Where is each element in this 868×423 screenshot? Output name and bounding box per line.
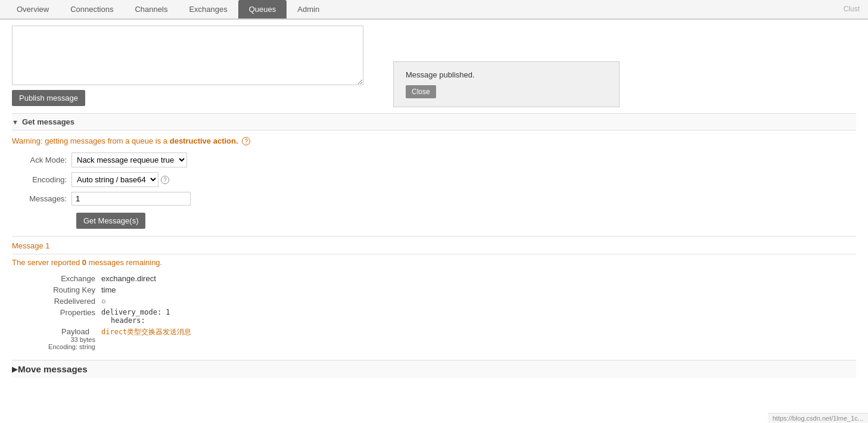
server-info-suffix: messages remaining. <box>89 258 163 267</box>
messages-input[interactable]: 1 <box>71 192 191 206</box>
redelivered-label: Redelivered <box>30 297 101 306</box>
get-messages-body: Warning: getting messages from a queue i… <box>12 136 856 229</box>
nav-exchanges[interactable]: Exchanges <box>178 0 238 18</box>
help-icon[interactable]: ? <box>242 137 250 145</box>
exchange-label: Exchange <box>30 274 101 283</box>
brand-label: Clust <box>841 0 862 18</box>
properties-row: Properties delivery_mode: 1 headers: <box>30 308 856 325</box>
notification-box: Message published. Close <box>393 61 620 107</box>
warning-emphasis: destructive action. <box>170 136 238 145</box>
move-toggle-icon: ▶ <box>12 365 18 374</box>
toggle-icon: ▼ <box>12 119 18 126</box>
ack-mode-select[interactable]: Nack message requeue true Ack message re… <box>71 153 187 167</box>
move-messages-section-header[interactable]: ▶ Move messages <box>12 360 856 378</box>
messages-row: Messages: 1 <box>12 192 856 206</box>
ack-mode-row: Ack Mode: Nack message requeue true Ack … <box>12 153 856 167</box>
nav-admin[interactable]: Admin <box>287 0 330 18</box>
payload-encoding: Encoding: string <box>30 343 95 350</box>
get-messages-button[interactable]: Get Message(s) <box>76 213 145 229</box>
message-result: Message 1 The server reported 0 messages… <box>12 236 856 350</box>
server-info-count: 0 <box>82 258 86 267</box>
message-result-title: Message 1 <box>12 236 856 250</box>
close-button[interactable]: Close <box>406 85 436 98</box>
encoding-row: Encoding: Auto string / base64 base64 ? <box>12 172 856 187</box>
warning-row: Warning: getting messages from a queue i… <box>12 136 856 145</box>
message-textarea[interactable] <box>12 26 363 85</box>
routing-key-label: Routing Key <box>30 285 101 294</box>
server-info-prefix: The server reported <box>12 258 80 267</box>
encoding-select[interactable]: Auto string / base64 base64 <box>71 172 158 187</box>
delivery-mode-line: delivery_mode: 1 <box>101 308 170 316</box>
move-messages-title: Move messages <box>18 364 88 374</box>
server-info: The server reported 0 messages remaining… <box>12 258 856 267</box>
properties-block: delivery_mode: 1 headers: <box>101 308 170 325</box>
headers-line: headers: <box>111 316 170 325</box>
exchange-value: exchange.direct <box>101 274 156 283</box>
nav-overview[interactable]: Overview <box>6 0 60 18</box>
publish-message-button[interactable]: Publish message <box>12 90 85 106</box>
routing-key-row: Routing Key time <box>30 285 856 294</box>
main-content: Publish message Message published. Close… <box>0 26 868 390</box>
nav-channels[interactable]: Channels <box>124 0 178 18</box>
encoding-help-icon[interactable]: ? <box>161 176 169 184</box>
exchange-row: Exchange exchange.direct <box>30 274 856 283</box>
routing-key-value: time <box>101 285 116 294</box>
properties-label: Properties <box>30 308 101 317</box>
top-navigation: Overview Connections Channels Exchanges … <box>0 0 868 20</box>
redelivered-value: ○ <box>101 297 106 306</box>
encoding-label: Encoding: <box>12 175 71 184</box>
nav-queues[interactable]: Queues <box>238 0 287 18</box>
payload-label: Payload <box>30 327 95 336</box>
message-detail: Exchange exchange.direct Routing Key tim… <box>30 274 856 350</box>
redelivered-row: Redelivered ○ <box>30 297 856 306</box>
get-messages-title: Get messages <box>22 117 74 126</box>
nav-connections[interactable]: Connections <box>60 0 124 18</box>
ack-mode-label: Ack Mode: <box>12 155 71 164</box>
notification-text: Message published. <box>406 70 607 79</box>
messages-label: Messages: <box>12 194 71 203</box>
warning-prefix: Warning: getting messages from a queue i… <box>12 136 170 145</box>
get-messages-section-header[interactable]: ▼ Get messages <box>12 113 856 130</box>
payload-bytes: 33 bytes <box>30 336 95 343</box>
payload-row: Payload 33 bytes Encoding: string direct… <box>30 327 856 350</box>
payload-content: direct类型交换器发送消息 <box>101 327 191 337</box>
